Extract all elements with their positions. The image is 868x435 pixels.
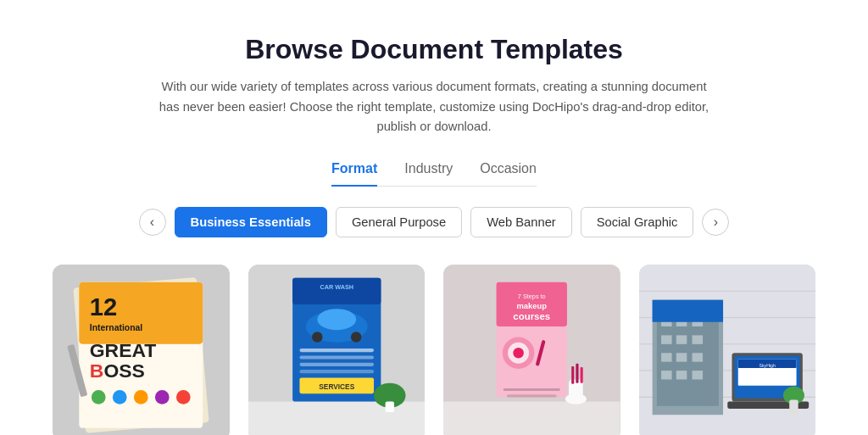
svg-text:B: B: [90, 360, 104, 382]
filter-web-banner[interactable]: Web Banner: [470, 207, 572, 237]
svg-rect-46: [576, 363, 578, 382]
svg-rect-48: [504, 388, 560, 391]
svg-rect-49: [507, 394, 556, 397]
template-card-flyer[interactable]: CAR WASH SERVICES Flyer: [248, 265, 426, 435]
svg-rect-78: [789, 399, 798, 415]
svg-point-21: [317, 309, 356, 330]
filter-social-graphic[interactable]: Social Graphic: [581, 207, 694, 237]
svg-point-22: [312, 332, 323, 343]
svg-rect-25: [299, 355, 374, 359]
svg-rect-18: [292, 277, 381, 304]
svg-text:SERVICES: SERVICES: [319, 382, 354, 391]
svg-text:CAR WASH: CAR WASH: [320, 283, 353, 291]
svg-rect-66: [692, 353, 703, 361]
svg-point-41: [513, 348, 524, 359]
svg-text:OSS: OSS: [103, 360, 144, 382]
tab-bar: Format Industry Occasion: [331, 161, 537, 187]
svg-rect-45: [571, 366, 574, 384]
svg-rect-68: [676, 371, 687, 379]
svg-rect-16: [248, 401, 426, 435]
svg-point-14: [176, 390, 191, 404]
svg-text:SkyHigh: SkyHigh: [759, 363, 775, 368]
template-card-poster[interactable]: 7 Steps to makeup courses Poster: [443, 265, 620, 435]
template-card-presentation[interactable]: SkyHigh Presentation: [639, 265, 816, 435]
page-title: Browse Document Templates: [245, 34, 623, 65]
svg-text:International: International: [90, 323, 143, 332]
template-thumb-presentation: SkyHigh: [639, 265, 816, 435]
filter-next-arrow[interactable]: ›: [702, 209, 729, 236]
svg-rect-47: [581, 367, 583, 383]
filter-general-purpose[interactable]: General Purpose: [336, 207, 462, 237]
tab-industry[interactable]: Industry: [404, 161, 453, 187]
svg-text:7 Steps to: 7 Steps to: [518, 292, 546, 299]
svg-rect-27: [299, 370, 374, 373]
filter-prev-arrow[interactable]: ‹: [139, 209, 166, 236]
tab-occasion[interactable]: Occasion: [480, 161, 537, 187]
tab-format[interactable]: Format: [331, 161, 377, 187]
page-subtitle: With our wide variety of templates acros…: [154, 77, 714, 137]
template-card-infographic[interactable]: 12 International GREAT B OSS Infographic: [53, 265, 230, 435]
svg-text:GREAT: GREAT: [90, 339, 157, 361]
svg-rect-64: [661, 353, 672, 361]
svg-rect-67: [661, 371, 672, 379]
svg-point-13: [155, 390, 170, 404]
svg-rect-61: [661, 335, 672, 343]
svg-rect-63: [692, 335, 703, 343]
svg-rect-33: [443, 401, 620, 435]
filter-business-essentials[interactable]: Business Essentials: [175, 207, 327, 237]
svg-text:courses: courses: [513, 310, 550, 321]
svg-rect-26: [299, 362, 374, 365]
svg-text:12: 12: [90, 293, 117, 321]
template-thumb-infographic: 12 International GREAT B OSS: [53, 265, 230, 435]
svg-rect-65: [676, 353, 687, 361]
svg-point-11: [113, 390, 127, 404]
template-thumb-flyer: CAR WASH SERVICES: [248, 265, 426, 435]
svg-rect-70: [652, 299, 722, 321]
templates-grid: 12 International GREAT B OSS Infographic: [53, 265, 815, 435]
svg-rect-24: [299, 349, 374, 352]
svg-rect-62: [676, 335, 687, 343]
svg-point-12: [134, 390, 148, 404]
svg-point-10: [92, 390, 106, 404]
svg-rect-31: [385, 401, 393, 412]
template-thumb-poster: 7 Steps to makeup courses: [443, 265, 620, 435]
svg-text:makeup: makeup: [517, 302, 548, 310]
svg-rect-69: [692, 371, 703, 379]
svg-point-23: [350, 332, 361, 343]
filter-bar: ‹ Business Essentials General Purpose We…: [139, 207, 730, 237]
